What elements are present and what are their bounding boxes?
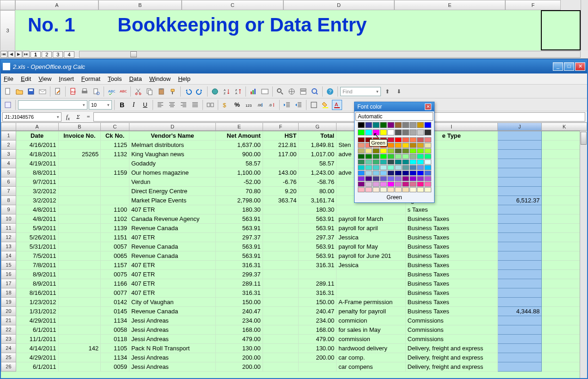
cell[interactable]: 407 ETR — [129, 288, 216, 298]
cell[interactable] — [59, 159, 101, 168]
cell[interactable]: 4/29/2011 — [16, 316, 59, 325]
cell[interactable]: 240.47 — [216, 307, 263, 316]
color-swatch[interactable] — [373, 129, 380, 135]
cell[interactable]: 1134 — [101, 353, 129, 362]
del-decimal-icon[interactable]: .0 — [267, 100, 277, 110]
cell[interactable]: -6.76 — [263, 177, 299, 187]
maximize-button[interactable]: □ — [564, 62, 574, 71]
row-header-19[interactable]: 19 — [1, 298, 16, 307]
navigator-icon[interactable] — [287, 86, 297, 97]
cell[interactable] — [59, 270, 101, 279]
cell[interactable]: 4,344.88 — [498, 307, 542, 316]
cell[interactable] — [337, 270, 405, 279]
color-swatch[interactable] — [365, 148, 372, 153]
font-name-combo[interactable] — [18, 100, 87, 110]
cell[interactable] — [263, 362, 299, 372]
cell[interactable]: 7/5/2011 — [16, 251, 59, 261]
cell[interactable]: Delivery, freight and express — [406, 362, 498, 372]
preview-hscroll[interactable] — [79, 51, 581, 58]
datasources-icon[interactable] — [298, 86, 308, 97]
color-swatch[interactable] — [402, 182, 409, 187]
name-box[interactable]: J1:J1048576 — [2, 112, 61, 122]
cell[interactable]: s Taxes — [406, 205, 498, 214]
color-swatch[interactable] — [410, 176, 416, 181]
menu-file[interactable]: File — [4, 75, 13, 82]
cell[interactable]: 4/19/2011 — [16, 159, 59, 168]
cell[interactable] — [498, 214, 542, 224]
cell[interactable]: 3,161.74 — [299, 196, 337, 205]
color-swatch[interactable] — [373, 187, 380, 192]
cell[interactable]: 5/26/2011 — [16, 233, 59, 242]
color-swatch[interactable] — [387, 176, 394, 181]
row-header-7[interactable]: 7 — [1, 187, 16, 196]
cell[interactable]: Jessi Andreas — [129, 335, 216, 344]
edit-doc-icon[interactable] — [53, 86, 63, 97]
cell[interactable] — [59, 242, 101, 251]
add-decimal-icon[interactable]: .00 — [255, 100, 265, 110]
spellcheck-icon[interactable]: ABC — [106, 86, 116, 97]
cell[interactable]: Business Taxes — [406, 224, 498, 233]
color-swatch[interactable] — [417, 187, 424, 192]
preview-tab-3[interactable]: 3 — [53, 51, 63, 58]
cell[interactable]: Business Taxes — [406, 261, 498, 270]
color-swatch[interactable] — [395, 165, 402, 170]
cell[interactable]: 200.00 — [216, 353, 263, 362]
find-icon[interactable] — [275, 86, 285, 97]
cell[interactable] — [59, 177, 101, 187]
color-swatch[interactable] — [417, 137, 424, 142]
cell[interactable]: 180.30 — [216, 205, 263, 214]
color-swatch[interactable] — [380, 154, 387, 159]
cell[interactable] — [59, 325, 101, 335]
cell[interactable] — [498, 316, 542, 325]
redo-icon[interactable] — [195, 86, 205, 97]
cell[interactable] — [498, 205, 542, 214]
color-swatch[interactable] — [417, 143, 424, 148]
popup-close-icon[interactable]: ✕ — [425, 104, 431, 110]
cell[interactable]: 563.91 — [216, 214, 263, 224]
row-header-8[interactable]: 8 — [1, 196, 16, 205]
cell[interactable]: payroll for March — [337, 214, 405, 224]
cell[interactable]: 9/7/2011 — [16, 177, 59, 187]
cell[interactable] — [263, 279, 299, 288]
cell[interactable] — [101, 177, 129, 187]
cell[interactable]: 1,017.00 — [299, 150, 337, 159]
cell[interactable] — [59, 279, 101, 288]
cell[interactable]: commission — [337, 335, 405, 344]
cell[interactable]: 289.11 — [299, 279, 337, 288]
cell[interactable]: Business Taxes — [406, 270, 498, 279]
color-swatch[interactable] — [395, 154, 402, 159]
cell[interactable]: 8/9/2011 — [16, 270, 59, 279]
cell[interactable]: 563.91 — [299, 251, 337, 261]
formula-input[interactable] — [93, 112, 585, 122]
cell[interactable] — [59, 288, 101, 298]
cell[interactable] — [263, 298, 299, 307]
preview-col-F[interactable]: F — [505, 0, 561, 10]
row-header-20[interactable]: 20 — [1, 307, 16, 316]
color-swatch[interactable] — [387, 159, 394, 165]
color-swatch[interactable] — [424, 176, 431, 181]
cell[interactable]: 0065 — [101, 251, 129, 261]
cell[interactable]: 117.00 — [263, 150, 299, 159]
cell[interactable]: 407 ETR — [129, 233, 216, 242]
cell[interactable]: Jessi Andreas — [129, 353, 216, 362]
color-swatch[interactable] — [402, 154, 409, 159]
menu-edit[interactable]: Edit — [21, 75, 31, 82]
cell[interactable]: Jessi Andreas — [129, 316, 216, 325]
preview-col-B[interactable]: B — [98, 0, 182, 10]
color-swatch[interactable] — [395, 176, 402, 181]
menubar[interactable]: FileEditViewInsertFormatToolsDataWindowH… — [1, 73, 587, 85]
cell[interactable]: 316.31 — [299, 261, 337, 270]
cell[interactable]: Verdun — [129, 177, 216, 187]
cell[interactable] — [498, 177, 542, 187]
cell[interactable]: 168.00 — [216, 325, 263, 335]
format-paint-icon[interactable] — [168, 86, 178, 97]
cell[interactable]: Business Taxes — [406, 279, 498, 288]
cell[interactable]: 11/1/2011 — [16, 335, 59, 344]
color-swatch[interactable] — [395, 159, 402, 165]
color-swatch[interactable] — [387, 171, 394, 176]
color-swatch[interactable] — [365, 154, 372, 159]
color-swatch[interactable] — [402, 159, 409, 165]
color-swatch[interactable] — [380, 176, 387, 181]
cell[interactable]: 4/14/2011 — [16, 344, 59, 353]
col-header-B[interactable]: B — [59, 122, 101, 131]
